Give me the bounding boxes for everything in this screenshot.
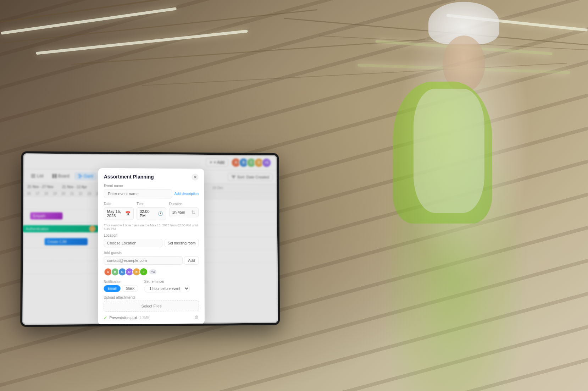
upload-label: Upload attachments [104,295,199,299]
guest-avatars: A B C D E F +3 [104,268,199,276]
add-guest-button[interactable]: Add [184,256,199,265]
reminder-label: Set reminder [144,280,190,283]
guest-email-row: Add [104,256,199,265]
date-label: Date [104,202,134,206]
monitor-screen: + + Add A B C D +5 [22,153,278,325]
date-input[interactable]: May 15, 2023 📅 [104,207,134,220]
event-name-label: Event name [104,184,199,188]
time-col: Time 02:00 PM 🕐 [137,202,166,220]
modal-body: Event name Add description Date May 15, … [98,180,205,325]
modal-close-button[interactable]: ✕ [192,174,199,181]
location-input[interactable] [104,239,163,247]
event-info-text: This event will take place on the May 15… [104,224,199,231]
location-label: Location [104,233,199,237]
file-size: 1.2MB [139,315,150,319]
check-icon: ✓ [104,315,107,320]
duration-col: Duration 3h 45m ⇅ [169,202,199,220]
app-container: + + Add A B C D +5 [22,153,278,325]
meeting-room-button[interactable]: Set meeting room [165,239,199,247]
event-name-input[interactable] [104,189,172,199]
event-modal: Assortment Planning ✕ Event name Add des… [98,168,205,325]
file-name: Presentation.ppxt [109,315,137,320]
calendar-icon: 📅 [125,211,131,216]
chevron-updown-icon: ⇅ [191,209,195,215]
duration-label: Duration [169,202,199,206]
notification-label: Notification [104,280,138,283]
upload-section: Upload attachments Select Files ✓ Presen… [104,295,199,322]
modal-header: Assortment Planning ✕ [98,168,204,181]
modal-overlay: Assortment Planning ✕ Event name Add des… [22,153,278,325]
delete-file-icon[interactable]: 🗑 [195,315,199,320]
reminder-select[interactable]: 1 hour before event 30 minutes before 1 … [144,285,190,293]
date-time-row: Date May 15, 2023 📅 Time 02:00 PM [104,202,199,220]
file-item: ✓ Presentation.ppxt 1.2MB 🗑 [104,313,199,322]
file-item-left: ✓ Presentation.ppxt 1.2MB [104,315,150,320]
guests-label: Add guests [104,251,199,255]
select-files-button[interactable]: Select Files [104,301,199,312]
date-col: Date May 15, 2023 📅 [104,202,134,220]
notification-row: Notification Email Slack Set reminder [104,280,199,293]
notification-options: Email Slack [104,285,138,292]
reminder-section: Set reminder 1 hour before event 30 minu… [144,280,190,293]
duration-input[interactable]: 3h 45m ⇅ [169,207,199,217]
guest-email-input[interactable] [104,256,183,265]
notif-email-chip[interactable]: Email [104,285,120,292]
time-input[interactable]: 02:00 PM 🕐 [137,207,166,220]
duration-value: 3h 45m [172,210,185,214]
location-row: Set meeting room [104,239,199,247]
date-value: May 15, 2023 [107,209,124,218]
time-label: Time [137,202,166,206]
modal-title: Assortment Planning [104,174,154,180]
clock-icon: 🕐 [158,211,163,216]
notification-section: Notification Email Slack [104,280,138,292]
guest-count-badge: +3 [149,269,156,274]
time-value: 02:00 PM [140,209,156,218]
guest-avatar-6: F [139,268,148,276]
notif-slack-chip[interactable]: Slack [122,285,139,292]
add-description-link[interactable]: Add description [174,189,199,199]
monitor-frame: + + Add A B C D +5 [20,151,280,327]
